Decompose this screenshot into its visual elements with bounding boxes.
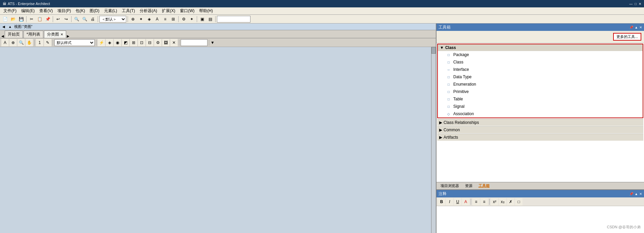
- tool-class[interactable]: □ Class: [438, 58, 643, 66]
- menu-view[interactable]: 查看(V): [37, 7, 55, 14]
- class-relationships-header[interactable]: ▶ Class Relationships: [437, 119, 643, 126]
- common-header[interactable]: ▶ Common: [437, 126, 643, 133]
- notes-italic[interactable]: I: [446, 198, 453, 205]
- diagram-tool-hand[interactable]: ✋: [26, 39, 33, 46]
- notes-list1[interactable]: ≡: [472, 198, 480, 205]
- toolbox-expand[interactable]: ▲: [635, 26, 638, 29]
- notes-insert[interactable]: □: [515, 198, 522, 205]
- menu-window[interactable]: 窗口(W): [178, 7, 196, 14]
- toolbar-search-field[interactable]: [217, 16, 250, 22]
- diagram-tool-edit[interactable]: ✎: [44, 39, 51, 46]
- toolbar-btn-c[interactable]: ◈: [145, 15, 153, 23]
- notes-subscript[interactable]: x₂: [499, 198, 506, 205]
- toolbar-btn-b[interactable]: ✦: [137, 15, 145, 23]
- close-button[interactable]: ✕: [639, 2, 641, 6]
- tab-diagram-close[interactable]: ✕: [60, 33, 63, 36]
- toolbar-btn-a[interactable]: ⊕: [129, 15, 137, 23]
- toolbar-btn-g[interactable]: ⚙: [180, 15, 187, 23]
- diagram-tool-9[interactable]: ⚙: [154, 39, 162, 46]
- diagram-tool-7[interactable]: ⊡: [138, 39, 145, 46]
- toolbar-cut[interactable]: ✂: [28, 15, 35, 23]
- notes-clear[interactable]: ✗: [507, 198, 514, 205]
- diagram-canvas[interactable]: [0, 47, 436, 233]
- tool-datatype[interactable]: □ Data Type: [438, 73, 643, 81]
- diagram-tool-6[interactable]: ⊞: [130, 39, 137, 46]
- toolbar-print[interactable]: 🖨: [89, 15, 96, 23]
- tab-home[interactable]: 开始页: [5, 31, 23, 38]
- tool-interface[interactable]: ↔ Interface: [438, 66, 643, 73]
- toolbar-btn-j[interactable]: ▤: [206, 15, 214, 23]
- menu-edit[interactable]: 编辑(E): [19, 7, 37, 14]
- diagram-tool-2[interactable]: ⚡: [98, 39, 105, 46]
- tool-primitive[interactable]: □ Primitive: [438, 88, 643, 95]
- tool-association[interactable]: ◇ Association: [438, 110, 643, 118]
- nav-left[interactable]: ◀: [1, 25, 6, 29]
- toolbar-search[interactable]: 🔍: [73, 15, 80, 23]
- nav-up[interactable]: ▲: [7, 25, 13, 29]
- toolbox-close[interactable]: ✕: [639, 26, 642, 29]
- toolbar-new[interactable]: 📄: [1, 15, 9, 23]
- toolbar-zoom-in[interactable]: 🔍: [81, 15, 88, 23]
- artifacts-header[interactable]: ▶ Artifacts: [437, 134, 643, 141]
- notes-list2[interactable]: ≡: [480, 198, 488, 205]
- tab-project-browser[interactable]: 项目浏览器: [438, 183, 462, 189]
- toolbar-btn-i[interactable]: ▣: [198, 15, 206, 23]
- diagram-search[interactable]: [181, 39, 208, 46]
- menu-file[interactable]: 文件(F): [1, 7, 18, 14]
- tab-toolbox[interactable]: 工具箱: [476, 183, 492, 189]
- diagram-filter[interactable]: ▼: [211, 40, 215, 45]
- toolbar-btn-h[interactable]: ✦: [188, 15, 195, 23]
- menu-diagram[interactable]: 图(D): [88, 7, 101, 14]
- diagram-tool-cursor[interactable]: A: [1, 39, 9, 46]
- toolbar-default-dropdown[interactable]: ＜默认＞: [99, 16, 126, 22]
- diagram-tool-del[interactable]: ✕: [170, 39, 178, 46]
- menu-help[interactable]: 帮助(H): [197, 7, 215, 14]
- menu-element[interactable]: 元素(L): [102, 7, 119, 14]
- tab-scroll-left[interactable]: ◀: [1, 34, 4, 38]
- menu-extend[interactable]: 扩展(X): [160, 7, 177, 14]
- tool-table[interactable]: □ Table: [438, 95, 643, 103]
- tab-scroll-right[interactable]: ▶: [67, 34, 70, 38]
- more-tools-button[interactable]: 更多的工具...: [613, 33, 641, 41]
- toolbar-paste[interactable]: 📌: [44, 15, 51, 23]
- notes-color[interactable]: A: [462, 198, 469, 205]
- diagram-tool-3[interactable]: ◈: [106, 39, 113, 46]
- menu-package[interactable]: 包(K): [74, 7, 87, 14]
- toolbar-btn-d[interactable]: A: [153, 15, 161, 23]
- toolbar-open[interactable]: 📂: [9, 15, 17, 23]
- diagram-tool-img[interactable]: 🖼: [162, 39, 170, 46]
- toolbar-copy[interactable]: 📋: [36, 15, 43, 23]
- notes-expand[interactable]: ▲: [635, 192, 638, 196]
- menu-project[interactable]: 项目(P): [55, 7, 73, 14]
- toolbar-redo[interactable]: ↪: [62, 15, 70, 23]
- notes-bold[interactable]: B: [438, 198, 445, 205]
- tool-package[interactable]: □ Package: [438, 51, 643, 58]
- notes-pin[interactable]: 📌: [629, 192, 633, 196]
- tool-signal[interactable]: □ Signal: [438, 103, 643, 110]
- toolbar-btn-f[interactable]: ⊞: [170, 15, 177, 23]
- toolbar-save[interactable]: 💾: [17, 15, 25, 23]
- menu-tools[interactable]: 工具(T): [120, 7, 137, 14]
- tab-list[interactable]: *用列表: [24, 31, 43, 38]
- menu-analyzer[interactable]: 分析器(A): [138, 7, 159, 14]
- notes-underline[interactable]: U: [454, 198, 461, 205]
- toolbar-btn-e[interactable]: ≡: [162, 15, 169, 23]
- diagram-tool-zoom[interactable]: 🔍: [17, 39, 25, 46]
- tool-enumeration[interactable]: □ Enumeration: [438, 81, 643, 88]
- toolbar-undo[interactable]: ↩: [54, 15, 62, 23]
- diagram-tool-5[interactable]: ◩: [122, 39, 129, 46]
- title-bar-controls[interactable]: — □ ✕: [629, 2, 641, 6]
- tab-diagram[interactable]: 分类图 ✕: [44, 31, 66, 38]
- tab-resources[interactable]: 资源: [462, 183, 475, 189]
- notes-close[interactable]: ✕: [639, 192, 642, 196]
- diagram-tool-4[interactable]: ◉: [114, 39, 121, 46]
- class-section-header[interactable]: ▼ Class: [438, 44, 643, 51]
- maximize-button[interactable]: □: [635, 2, 637, 6]
- minimize-button[interactable]: —: [629, 2, 633, 6]
- toolbox-pin[interactable]: 📌: [629, 26, 633, 29]
- notes-superscript[interactable]: x²: [491, 198, 498, 205]
- diagram-tool-1[interactable]: 1: [36, 39, 43, 46]
- diagram-tool-8[interactable]: ⊟: [146, 39, 153, 46]
- diagram-style-dropdown[interactable]: 默认样式: [54, 39, 95, 46]
- diagram-tool-select[interactable]: ⊕: [9, 39, 17, 46]
